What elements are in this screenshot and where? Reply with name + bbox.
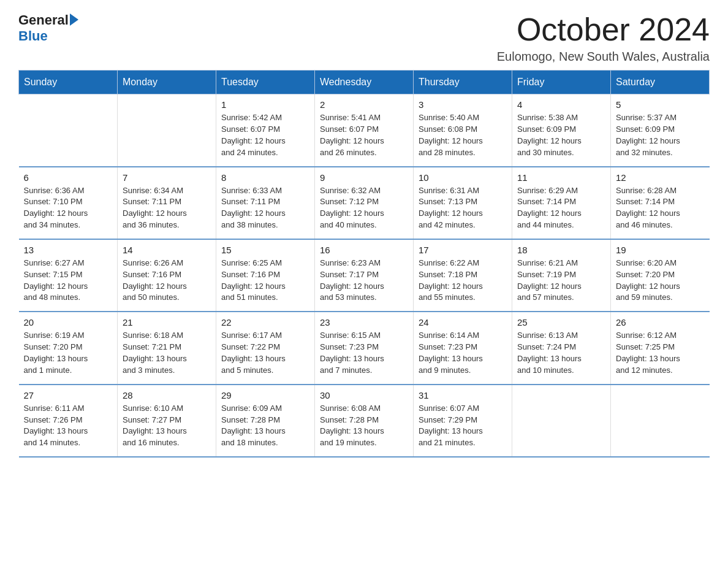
day-number: 31 (419, 390, 507, 400)
day-number: 25 (517, 317, 605, 327)
calendar-header: SundayMondayTuesdayWednesdayThursdayFrid… (19, 71, 710, 94)
day-number: 5 (616, 99, 705, 110)
month-title: October 2024 (497, 12, 710, 47)
day-info: Sunrise: 6:18 AMSunset: 7:21 PMDaylight:… (123, 330, 211, 376)
calendar-cell (611, 385, 710, 457)
day-info: Sunrise: 5:41 AMSunset: 6:07 PMDaylight:… (320, 112, 408, 158)
day-info: Sunrise: 6:17 AMSunset: 7:22 PMDaylight:… (221, 330, 309, 376)
calendar-cell (118, 94, 216, 167)
weekday-header-saturday: Saturday (611, 71, 710, 94)
day-number: 4 (517, 99, 605, 110)
weekday-header-tuesday: Tuesday (216, 71, 315, 94)
day-info: Sunrise: 6:25 AMSunset: 7:16 PMDaylight:… (221, 258, 309, 304)
weekday-header-monday: Monday (118, 71, 216, 94)
day-number: 1 (221, 99, 309, 110)
calendar-cell: 20Sunrise: 6:19 AMSunset: 7:20 PMDayligh… (19, 312, 118, 384)
day-info: Sunrise: 6:10 AMSunset: 7:27 PMDaylight:… (123, 403, 211, 449)
day-number: 30 (320, 390, 408, 400)
calendar-cell (19, 94, 118, 167)
day-info: Sunrise: 6:29 AMSunset: 7:14 PMDaylight:… (517, 185, 605, 231)
calendar-cell: 30Sunrise: 6:08 AMSunset: 7:28 PMDayligh… (315, 385, 414, 457)
calendar-cell: 19Sunrise: 6:20 AMSunset: 7:20 PMDayligh… (611, 239, 710, 312)
day-number: 9 (320, 172, 408, 183)
day-number: 20 (24, 317, 113, 327)
calendar-cell: 2Sunrise: 5:41 AMSunset: 6:07 PMDaylight… (315, 94, 414, 167)
calendar-cell: 11Sunrise: 6:29 AMSunset: 7:14 PMDayligh… (512, 167, 611, 239)
weekday-header-thursday: Thursday (414, 71, 512, 94)
day-info: Sunrise: 6:28 AMSunset: 7:14 PMDaylight:… (616, 185, 705, 231)
day-info: Sunrise: 5:42 AMSunset: 6:07 PMDaylight:… (221, 112, 309, 158)
logo-arrow-icon (70, 13, 78, 26)
day-info: Sunrise: 6:19 AMSunset: 7:20 PMDaylight:… (24, 330, 113, 376)
day-number: 16 (320, 245, 408, 255)
day-info: Sunrise: 6:21 AMSunset: 7:19 PMDaylight:… (517, 258, 605, 304)
day-number: 6 (24, 172, 113, 183)
day-info: Sunrise: 6:15 AMSunset: 7:23 PMDaylight:… (320, 330, 408, 376)
day-number: 12 (616, 172, 705, 183)
day-info: Sunrise: 6:22 AMSunset: 7:18 PMDaylight:… (419, 258, 507, 304)
calendar-cell: 28Sunrise: 6:10 AMSunset: 7:27 PMDayligh… (118, 385, 216, 457)
calendar-cell: 15Sunrise: 6:25 AMSunset: 7:16 PMDayligh… (216, 239, 315, 312)
calendar-cell: 21Sunrise: 6:18 AMSunset: 7:21 PMDayligh… (118, 312, 216, 384)
day-number: 8 (221, 172, 309, 183)
weekday-header-friday: Friday (512, 71, 611, 94)
day-info: Sunrise: 6:27 AMSunset: 7:15 PMDaylight:… (24, 258, 113, 304)
day-info: Sunrise: 6:20 AMSunset: 7:20 PMDaylight:… (616, 258, 705, 304)
day-info: Sunrise: 6:12 AMSunset: 7:25 PMDaylight:… (616, 330, 705, 376)
calendar-cell (512, 385, 611, 457)
logo-general-text: General (18, 12, 69, 28)
calendar-cell: 22Sunrise: 6:17 AMSunset: 7:22 PMDayligh… (216, 312, 315, 384)
day-number: 17 (419, 245, 507, 255)
day-number: 23 (320, 317, 408, 327)
calendar-cell: 6Sunrise: 6:36 AMSunset: 7:10 PMDaylight… (19, 167, 118, 239)
day-info: Sunrise: 6:36 AMSunset: 7:10 PMDaylight:… (24, 185, 113, 231)
weekday-header-wednesday: Wednesday (315, 71, 414, 94)
calendar-cell: 18Sunrise: 6:21 AMSunset: 7:19 PMDayligh… (512, 239, 611, 312)
calendar-cell: 12Sunrise: 6:28 AMSunset: 7:14 PMDayligh… (611, 167, 710, 239)
calendar-week-row: 1Sunrise: 5:42 AMSunset: 6:07 PMDaylight… (19, 94, 710, 167)
calendar-cell: 29Sunrise: 6:09 AMSunset: 7:28 PMDayligh… (216, 385, 315, 457)
day-number: 13 (24, 245, 113, 255)
calendar-cell: 16Sunrise: 6:23 AMSunset: 7:17 PMDayligh… (315, 239, 414, 312)
calendar-cell: 4Sunrise: 5:38 AMSunset: 6:09 PMDaylight… (512, 94, 611, 167)
calendar-week-row: 20Sunrise: 6:19 AMSunset: 7:20 PMDayligh… (19, 312, 710, 384)
calendar-table: SundayMondayTuesdayWednesdayThursdayFrid… (18, 70, 710, 458)
day-number: 3 (419, 99, 507, 110)
day-info: Sunrise: 6:08 AMSunset: 7:28 PMDaylight:… (320, 403, 408, 449)
day-number: 21 (123, 317, 211, 327)
day-number: 27 (24, 390, 113, 400)
calendar-cell: 7Sunrise: 6:34 AMSunset: 7:11 PMDaylight… (118, 167, 216, 239)
calendar-week-row: 27Sunrise: 6:11 AMSunset: 7:26 PMDayligh… (19, 385, 710, 457)
calendar-cell: 14Sunrise: 6:26 AMSunset: 7:16 PMDayligh… (118, 239, 216, 312)
calendar-cell: 26Sunrise: 6:12 AMSunset: 7:25 PMDayligh… (611, 312, 710, 384)
calendar-cell: 31Sunrise: 6:07 AMSunset: 7:29 PMDayligh… (414, 385, 512, 457)
calendar-cell: 3Sunrise: 5:40 AMSunset: 6:08 PMDaylight… (414, 94, 512, 167)
calendar-cell: 9Sunrise: 6:32 AMSunset: 7:12 PMDaylight… (315, 167, 414, 239)
calendar-week-row: 6Sunrise: 6:36 AMSunset: 7:10 PMDaylight… (19, 167, 710, 239)
weekday-header-row: SundayMondayTuesdayWednesdayThursdayFrid… (19, 71, 710, 94)
day-number: 22 (221, 317, 309, 327)
calendar-cell: 1Sunrise: 5:42 AMSunset: 6:07 PMDaylight… (216, 94, 315, 167)
calendar-cell: 8Sunrise: 6:33 AMSunset: 7:11 PMDaylight… (216, 167, 315, 239)
day-info: Sunrise: 6:32 AMSunset: 7:12 PMDaylight:… (320, 185, 408, 231)
day-info: Sunrise: 5:40 AMSunset: 6:08 PMDaylight:… (419, 112, 507, 158)
logo-blue-text: Blue (18, 28, 78, 44)
day-number: 7 (123, 172, 211, 183)
calendar-cell: 17Sunrise: 6:22 AMSunset: 7:18 PMDayligh… (414, 239, 512, 312)
day-info: Sunrise: 6:11 AMSunset: 7:26 PMDaylight:… (24, 403, 113, 449)
day-info: Sunrise: 6:09 AMSunset: 7:28 PMDaylight:… (221, 403, 309, 449)
day-info: Sunrise: 5:37 AMSunset: 6:09 PMDaylight:… (616, 112, 705, 158)
day-info: Sunrise: 6:23 AMSunset: 7:17 PMDaylight:… (320, 258, 408, 304)
day-info: Sunrise: 5:38 AMSunset: 6:09 PMDaylight:… (517, 112, 605, 158)
day-number: 29 (221, 390, 309, 400)
day-info: Sunrise: 6:31 AMSunset: 7:13 PMDaylight:… (419, 185, 507, 231)
day-number: 14 (123, 245, 211, 255)
day-number: 19 (616, 245, 705, 255)
calendar-cell: 25Sunrise: 6:13 AMSunset: 7:24 PMDayligh… (512, 312, 611, 384)
day-info: Sunrise: 6:34 AMSunset: 7:11 PMDaylight:… (123, 185, 211, 231)
day-info: Sunrise: 6:14 AMSunset: 7:23 PMDaylight:… (419, 330, 507, 376)
calendar-body: 1Sunrise: 5:42 AMSunset: 6:07 PMDaylight… (19, 94, 710, 457)
calendar-cell: 27Sunrise: 6:11 AMSunset: 7:26 PMDayligh… (19, 385, 118, 457)
day-number: 28 (123, 390, 211, 400)
day-number: 11 (517, 172, 605, 183)
